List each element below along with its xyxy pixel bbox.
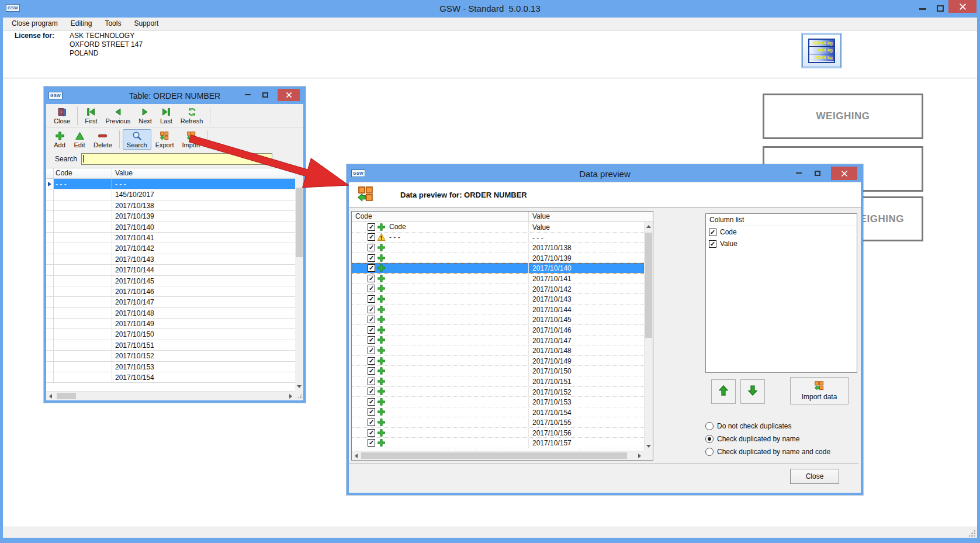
preview-row[interactable]: ✓- - - - - - <box>352 233 644 243</box>
vertical-scrollbar[interactable] <box>644 222 653 451</box>
menu-item-support[interactable]: Support <box>127 18 165 30</box>
scroll-right-button[interactable] <box>636 451 644 460</box>
weighing-button[interactable]: WEIGHING <box>763 94 923 139</box>
preview-row[interactable]: ✓ 2017/10/143 <box>352 294 644 305</box>
value-column-header[interactable]: Value <box>529 212 653 222</box>
preview-row[interactable]: ✓ 2017/10/156 <box>352 428 644 438</box>
radio-option-do-not-check-duplicates[interactable]: Do not check duplicates <box>705 420 830 433</box>
menu-item-editing[interactable]: Editing <box>64 18 99 30</box>
preview-row[interactable]: ✓ 2017/10/150 <box>352 366 644 376</box>
checkbox[interactable]: ✓ <box>368 316 375 323</box>
preview-row[interactable]: ✓ 2017/10/141 <box>352 274 644 284</box>
minimize-button[interactable] <box>791 167 807 179</box>
search-input[interactable] <box>81 153 272 165</box>
table-row[interactable]: 2017/10/150 <box>46 329 295 340</box>
table-window-titlebar[interactable]: GSW Table: ORDER NUMBER <box>46 89 303 104</box>
radio-option-check-duplicated-by-name-and-code[interactable]: Check duplicated by name and code <box>705 445 830 458</box>
checkbox[interactable]: ✓ <box>709 229 716 236</box>
add-button[interactable]: Add <box>50 129 70 150</box>
table-row[interactable]: 2017/10/139 <box>46 211 295 222</box>
radio-icon[interactable] <box>705 435 714 443</box>
preview-row[interactable]: ✓ 2017/10/155 <box>352 417 644 428</box>
checkbox[interactable]: ✓ <box>368 336 375 344</box>
previous-button[interactable]: Previous <box>102 105 135 126</box>
preview-window-titlebar[interactable]: GSW Data preview <box>349 167 861 182</box>
checkbox[interactable]: ✓ <box>368 408 375 416</box>
delete-button[interactable]: Delete <box>89 129 116 150</box>
table-row[interactable]: 2017/10/141 <box>46 233 295 243</box>
refresh-button[interactable]: Refresh <box>176 105 207 126</box>
table-row[interactable]: 145/10/2017 <box>46 189 295 200</box>
checkbox[interactable]: ✓ <box>368 429 375 437</box>
minimize-button[interactable] <box>240 89 255 101</box>
preview-row[interactable]: ✓ 2017/10/140 <box>352 263 644 274</box>
maximize-button[interactable] <box>258 89 273 101</box>
export-button[interactable]: Export <box>151 129 178 150</box>
preview-row[interactable]: ✓ 2017/10/148 <box>352 345 644 356</box>
value-column-header[interactable]: Value <box>112 168 295 178</box>
checkbox[interactable]: ✓ <box>368 439 375 447</box>
table-row[interactable]: 2017/10/140 <box>46 222 295 233</box>
last-button[interactable]: Last <box>156 105 176 126</box>
table-row[interactable]: 2017/10/145 <box>46 276 295 286</box>
table-row[interactable]: 2017/10/147 <box>46 297 295 307</box>
checkbox[interactable]: ✓ <box>368 367 375 375</box>
preview-row[interactable]: ✓ 2017/10/144 <box>352 305 644 315</box>
checkbox[interactable]: ✓ <box>368 306 375 313</box>
search-button[interactable]: Search <box>123 129 151 150</box>
first-button[interactable]: First <box>81 105 101 126</box>
table-row[interactable]: 2017/10/152 <box>46 351 295 361</box>
menu-item-tools[interactable]: Tools <box>98 18 127 30</box>
checkbox[interactable]: ✓ <box>368 295 375 303</box>
column-list-item-code[interactable]: ✓Code <box>706 226 857 238</box>
close-button[interactable] <box>831 167 857 180</box>
horizontal-scrollbar[interactable] <box>352 451 644 460</box>
scroll-down-button[interactable] <box>645 442 653 451</box>
checkbox[interactable]: ✓ <box>368 378 375 385</box>
move-down-button[interactable] <box>740 379 765 404</box>
table-row[interactable]: 2017/10/153 <box>46 362 295 372</box>
checkbox[interactable]: ✓ <box>368 275 375 282</box>
scroll-down-button[interactable] <box>295 383 303 391</box>
horizontal-scrollbar[interactable] <box>46 391 295 400</box>
checkbox[interactable]: ✓ <box>368 326 375 334</box>
table-row[interactable]: 2017/10/143 <box>46 254 295 265</box>
checkbox[interactable]: ✓ <box>368 388 375 395</box>
resize-grip[interactable] <box>968 529 975 537</box>
menu-item-close-program[interactable]: Close program <box>5 18 64 30</box>
checkbox[interactable]: ✓ <box>368 233 375 241</box>
checkbox[interactable]: ✓ <box>368 223 375 231</box>
scrollbar-thumb[interactable] <box>361 452 627 459</box>
close-button[interactable] <box>278 89 300 101</box>
preview-row[interactable]: ✓ 2017/10/152 <box>352 387 644 397</box>
preview-row[interactable]: ✓ 2017/10/138 <box>352 243 644 253</box>
checkbox[interactable]: ✓ <box>709 240 716 248</box>
table-row[interactable]: 2017/10/146 <box>46 286 295 297</box>
radio-icon[interactable] <box>705 422 714 430</box>
next-button[interactable]: Next <box>134 105 156 126</box>
table-row[interactable]: 2017/10/154 <box>46 372 295 383</box>
preview-row[interactable]: ✓ 2017/10/145 <box>352 314 644 325</box>
table-row[interactable]: 2017/10/144 <box>46 265 295 275</box>
preview-row[interactable]: ✓ 2017/10/153 <box>352 397 644 407</box>
table-row[interactable]: 2017/10/148 <box>46 308 295 319</box>
table-row[interactable]: 2017/10/151 <box>46 340 295 351</box>
preview-row[interactable]: ✓ 2017/10/151 <box>352 376 644 387</box>
resize-grip[interactable] <box>295 391 303 400</box>
checkbox[interactable]: ✓ <box>368 347 375 354</box>
radio-option-check-duplicated-by-name[interactable]: Check duplicated by name <box>705 433 830 445</box>
preview-row[interactable]: ✓ 2017/10/147 <box>352 336 644 346</box>
column-list-item-value[interactable]: ✓Value <box>706 238 857 250</box>
checkbox[interactable]: ✓ <box>368 264 375 272</box>
preview-row[interactable]: ✓ 2017/10/154 <box>352 407 644 418</box>
scrollbar-thumb[interactable] <box>57 393 76 399</box>
maximize-button[interactable] <box>933 2 948 14</box>
code-column-header[interactable]: Code <box>352 212 529 222</box>
scroll-left-button[interactable] <box>352 451 360 460</box>
table-row[interactable]: - - - - - - <box>46 179 295 189</box>
move-up-button[interactable] <box>711 379 736 404</box>
table-row[interactable]: 2017/10/142 <box>46 243 295 254</box>
scroll-up-button[interactable] <box>645 222 653 230</box>
preview-row[interactable]: ✓Code Value <box>352 222 644 233</box>
close-dialog-button[interactable]: Close <box>790 469 839 484</box>
